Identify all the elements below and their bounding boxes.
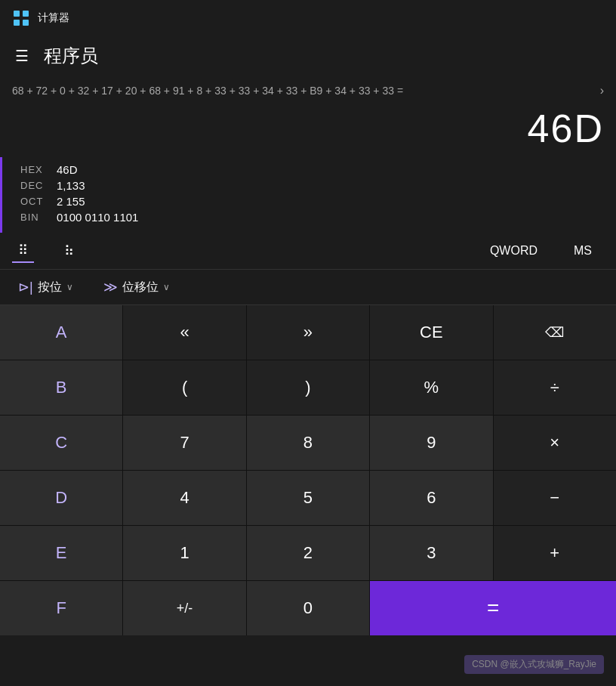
app-icon	[12, 9, 30, 27]
app-name: 计算器	[38, 11, 69, 25]
btn-D[interactable]: D	[0, 471, 122, 525]
bin-row: BIN 0100 0110 1101	[20, 211, 598, 224]
btn-F[interactable]: F	[0, 581, 122, 635]
btn-plusminus[interactable]: +/-	[123, 581, 245, 635]
btn-lparen[interactable]: (	[123, 360, 245, 415]
dec-label: DEC	[20, 180, 57, 191]
menu-icon[interactable]: ☰	[15, 47, 29, 65]
btn-3[interactable]: 3	[370, 526, 492, 580]
btn-7[interactable]: 7	[123, 416, 245, 470]
bitwise-icon: ⊳|	[18, 279, 33, 295]
bitwise-label: 按位	[38, 280, 62, 295]
watermark: CSDN @嵌入式攻城狮_RayJie	[464, 655, 604, 674]
btn-1[interactable]: 1	[123, 526, 245, 580]
dec-value: 1,133	[57, 179, 85, 192]
btn-9[interactable]: 9	[370, 416, 492, 470]
qword-button[interactable]: QWORD	[484, 241, 544, 261]
btn-C[interactable]: C	[0, 416, 122, 470]
svg-rect-2	[14, 20, 20, 26]
hex-value: 46D	[57, 163, 78, 176]
expression-text: 68 + 72 + 0 + 32 + 17 + 20 + 68 + 91 + 8…	[12, 85, 594, 97]
btn-rparen[interactable]: )	[247, 360, 369, 415]
conversion-panel: HEX 46D DEC 1,133 OCT 2 155 BIN 0100 011…	[0, 157, 616, 233]
btn-plus[interactable]: +	[494, 526, 616, 580]
header: ☰ 程序员	[0, 36, 616, 76]
oct-label: OCT	[20, 196, 57, 207]
btn-5[interactable]: 5	[247, 471, 369, 525]
result-area: 46D	[0, 103, 616, 157]
btn-0[interactable]: 0	[247, 581, 369, 635]
bitwise-chevron: ∨	[66, 282, 73, 292]
bin-label: BIN	[20, 212, 57, 223]
btn-4[interactable]: 4	[123, 471, 245, 525]
btn-equals[interactable]: =	[370, 581, 616, 635]
bin-value: 0100 0110 1101	[57, 211, 138, 224]
btn-percent[interactable]: %	[370, 360, 492, 415]
button-grid: A « » CE ⌫ B ( ) % ÷ C 7 8 9 × D 4 5 6 −…	[0, 305, 616, 635]
shift-chevron: ∨	[163, 282, 170, 292]
svg-rect-3	[23, 20, 29, 26]
btn-divide[interactable]: ÷	[494, 360, 616, 415]
result-value: 46D	[528, 106, 604, 151]
btn-2[interactable]: 2	[247, 526, 369, 580]
btn-lshift[interactable]: «	[123, 305, 245, 360]
btn-B[interactable]: B	[0, 360, 122, 415]
expression-arrow: ›	[600, 84, 604, 97]
svg-rect-0	[14, 11, 20, 17]
btn-minus[interactable]: −	[494, 471, 616, 525]
btn-rshift[interactable]: »	[247, 305, 369, 360]
bit-dots2-icon: ⠷	[64, 243, 74, 259]
svg-rect-1	[23, 11, 29, 17]
hex-label: HEX	[20, 164, 57, 175]
bit-view2-button[interactable]: ⠷	[58, 239, 80, 262]
bitwise-button[interactable]: ⊳| 按位 ∨	[12, 276, 79, 298]
btn-backspace[interactable]: ⌫	[494, 305, 616, 360]
bit-view-button[interactable]: ⠿	[12, 239, 34, 263]
shift-icon: ≫	[103, 279, 118, 295]
btn-8[interactable]: 8	[247, 416, 369, 470]
bit-dots-icon: ⠿	[18, 242, 28, 258]
btn-6[interactable]: 6	[370, 471, 492, 525]
btn-A[interactable]: A	[0, 305, 122, 360]
btn-E[interactable]: E	[0, 526, 122, 580]
oct-value: 2 155	[57, 195, 85, 208]
btn-multiply[interactable]: ×	[494, 416, 616, 470]
toolbar-row: ⠿ ⠷ QWORD MS	[0, 233, 616, 269]
hex-row: HEX 46D	[20, 163, 598, 176]
btn-CE[interactable]: CE	[370, 305, 492, 360]
expression-area: 68 + 72 + 0 + 32 + 17 + 20 + 68 + 91 + 8…	[0, 76, 616, 103]
page-title: 程序员	[44, 44, 98, 68]
title-bar: 计算器	[0, 0, 616, 36]
ms-button[interactable]: MS	[568, 241, 598, 261]
oct-row: OCT 2 155	[20, 195, 598, 208]
shift-label: 位移位	[122, 280, 159, 295]
shift-button[interactable]: ≫ 位移位 ∨	[97, 276, 176, 298]
bit-ops-row: ⊳| 按位 ∨ ≫ 位移位 ∨	[0, 269, 616, 304]
dec-row: DEC 1,133	[20, 179, 598, 192]
